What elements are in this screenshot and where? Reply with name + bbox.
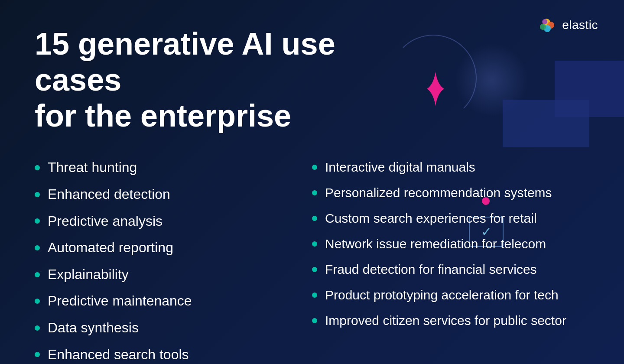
list-item: Predictive maintenance — [35, 288, 312, 315]
list-item-text: Explainability — [48, 266, 129, 284]
list-item: Explainability — [35, 261, 312, 288]
list-item: Network issue remediation for telecom — [312, 231, 589, 257]
list-item-text: Enhanced detection — [48, 185, 170, 204]
bullet-icon — [35, 218, 40, 224]
list-item: Threat hunting — [35, 154, 312, 181]
bullet-icon — [312, 190, 317, 195]
list-item-text: Custom search experiences for retail — [325, 210, 537, 227]
list-item: Predictive analysis — [35, 208, 312, 235]
list-item: Personalized recommendation systems — [312, 180, 589, 205]
bullet-icon — [35, 325, 40, 331]
list-item: Enhanced search tools — [35, 341, 312, 364]
svg-point-4 — [542, 19, 547, 24]
bullet-icon — [35, 245, 40, 250]
list-item-text: Interactive digital manuals — [325, 159, 475, 176]
list-item-text: Product prototyping acceleration for tec… — [325, 286, 559, 303]
list-item-text: Enhanced search tools — [48, 346, 189, 364]
list-item-text: Automated reporting — [48, 239, 173, 257]
list-item-text: Data synthesis — [48, 319, 139, 337]
main-content: 15 generative AI use cases for the enter… — [35, 26, 589, 364]
list-item-text: Predictive analysis — [48, 212, 162, 231]
list-item-text: Threat hunting — [48, 159, 137, 177]
bullet-icon — [312, 267, 317, 272]
list-item: Improved citizen services for public sec… — [312, 308, 589, 333]
list-item: Product prototyping acceleration for tec… — [312, 282, 589, 308]
bullet-icon — [312, 318, 317, 323]
right-column: Interactive digital manuals Personalized… — [312, 154, 589, 364]
bullet-icon — [312, 241, 317, 247]
list-item: Fraud detection for financial services — [312, 257, 589, 282]
list-item-text: Predictive maintenance — [48, 292, 192, 310]
bullet-icon — [35, 192, 40, 197]
list-item: Interactive digital manuals — [312, 154, 589, 180]
bullet-icon — [35, 352, 40, 357]
list-item-text: Improved citizen services for public sec… — [325, 312, 566, 329]
list-item-text: Fraud detection for financial services — [325, 261, 537, 278]
page-title: 15 generative AI use cases for the enter… — [35, 26, 338, 133]
list-item: Enhanced detection — [35, 181, 312, 208]
bullet-icon — [312, 292, 317, 298]
left-column: Threat hunting Enhanced detection Predic… — [35, 154, 312, 364]
use-cases-list: Threat hunting Enhanced detection Predic… — [35, 154, 589, 364]
bullet-icon — [312, 165, 317, 170]
bullet-icon — [35, 165, 40, 170]
list-item-text: Network issue remediation for telecom — [325, 235, 546, 252]
bullet-icon — [312, 216, 317, 221]
bullet-icon — [35, 299, 40, 304]
list-item: Automated reporting — [35, 234, 312, 261]
list-item: Custom search experiences for retail — [312, 205, 589, 231]
list-item-text: Personalized recommendation systems — [325, 184, 552, 201]
bullet-icon — [35, 272, 40, 277]
list-item: Data synthesis — [35, 315, 312, 341]
